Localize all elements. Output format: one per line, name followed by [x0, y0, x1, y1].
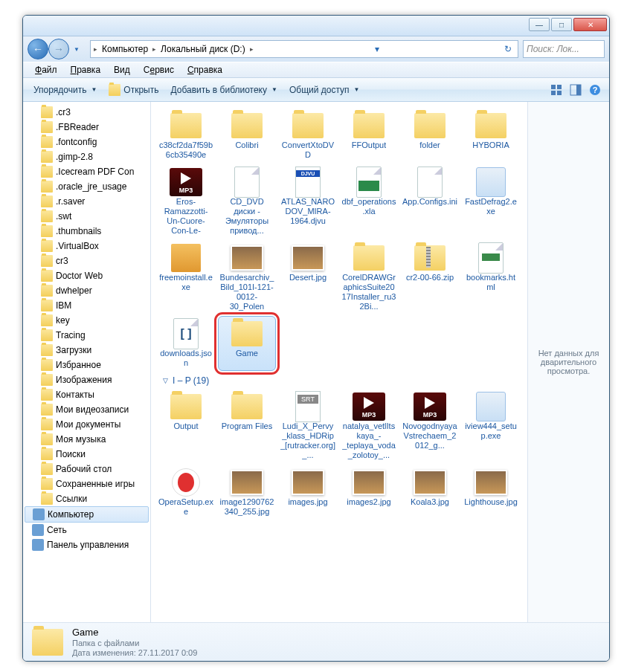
help-button[interactable]: ?	[586, 81, 604, 99]
file-item[interactable]: images.jpg	[279, 465, 337, 520]
tree-item[interactable]: .fontconfig	[23, 135, 150, 149]
tree-control[interactable]: Панель управления	[23, 537, 150, 552]
file-item[interactable]: App.Configs.ini	[401, 164, 459, 239]
tree-item[interactable]: .thumbnails	[23, 224, 150, 239]
menu-tools[interactable]: Сервис	[138, 63, 180, 77]
file-grid[interactable]: c38cf2da7f59b6cb35490eColibriConvertXtoD…	[151, 102, 527, 622]
file-item[interactable]: folder	[401, 108, 459, 163]
file-item[interactable]: iview444_setup.exe	[462, 389, 520, 463]
menu-edit[interactable]: Правка	[65, 63, 107, 77]
tree-item[interactable]: Поиски	[23, 447, 150, 462]
forward-button[interactable]: →	[48, 39, 69, 59]
tree-item[interactable]: .swt	[23, 209, 150, 224]
share-button[interactable]: Общий доступ▼	[283, 82, 366, 98]
menu-view[interactable]: Вид	[108, 63, 136, 77]
tree-item[interactable]: Мои документы	[23, 417, 150, 432]
network-icon	[32, 524, 44, 536]
tree-computer[interactable]: Компьютер	[25, 506, 149, 523]
tree-item[interactable]: cr3	[23, 253, 150, 268]
file-item[interactable]: OperaSetup.exe	[157, 465, 215, 520]
file-item[interactable]: Colibri	[218, 108, 276, 163]
file-item[interactable]: Koala3.jpg	[401, 465, 459, 520]
breadcrumb-root-icon[interactable]: ▸	[92, 45, 99, 53]
file-item[interactable]: ATLAS_NARODOV_MIRA-1964.djvu	[279, 164, 337, 239]
folder-icon	[229, 319, 265, 349]
tree-item[interactable]: .VirtualBox	[23, 239, 150, 253]
file-item[interactable]: FastDefrag2.exe	[462, 164, 520, 239]
tree-item[interactable]: .cr3	[23, 105, 150, 120]
file-item[interactable]: bookmarks.html	[462, 240, 520, 314]
file-item[interactable]: Lighthouse.jpg	[462, 465, 520, 520]
tree-item[interactable]: IBM	[23, 298, 150, 313]
maximize-button[interactable]: □	[551, 18, 572, 31]
menu-file[interactable]: Файл	[29, 63, 63, 77]
tree-item[interactable]: Загрузки	[23, 343, 150, 358]
html-icon	[473, 243, 509, 273]
file-item[interactable]: HYBORIA	[462, 108, 520, 163]
tree-item[interactable]: Избранное	[23, 358, 150, 372]
file-item[interactable]: cr2-00-66.zip	[401, 240, 459, 314]
tree-item[interactable]: .gimp-2.8	[23, 149, 150, 164]
folder-icon	[41, 181, 53, 193]
close-button[interactable]: ✕	[573, 18, 607, 31]
open-button[interactable]: Открыть	[103, 81, 164, 99]
breadcrumb-computer[interactable]: Компьютер	[99, 44, 151, 54]
file-item[interactable]: freemoinstall.exe	[157, 240, 215, 314]
tree-item[interactable]: dwhelper	[23, 283, 150, 298]
view-mode-button[interactable]	[547, 81, 565, 99]
file-item[interactable]: [ ]downloads.json	[157, 316, 215, 371]
preview-pane-button[interactable]	[567, 81, 585, 99]
address-dropdown-icon[interactable]: ▾	[370, 44, 384, 54]
tree-item[interactable]: Ссылки	[23, 491, 150, 506]
file-item[interactable]: dbf_operations.xla	[340, 164, 398, 239]
menu-help[interactable]: Справка	[181, 63, 228, 77]
back-button[interactable]: ←	[28, 39, 48, 59]
file-item[interactable]: Desert.jpg	[279, 240, 337, 314]
add-to-library-button[interactable]: Добавить в библиотеку▼	[164, 82, 283, 98]
folder-icon	[41, 344, 53, 356]
file-item[interactable]: ConvertXtoDVD	[279, 108, 337, 163]
tree-item[interactable]: key	[23, 313, 150, 328]
group-header[interactable]: ▽ I – P (19)	[154, 371, 524, 389]
tree-item[interactable]: .oracle_jre_usage	[23, 179, 150, 194]
breadcrumb[interactable]: ▸ Компьютер ▸ Локальный диск (D:) ▸ ▾ ↻	[90, 40, 518, 58]
tree-item[interactable]: Рабочий стол	[23, 462, 150, 476]
file-item[interactable]: image1290762340_255.jpg	[218, 465, 276, 520]
file-item[interactable]: Output	[157, 389, 215, 463]
tree-item[interactable]: Моя музыка	[23, 432, 150, 447]
tree-network[interactable]: Сеть	[23, 523, 150, 537]
refresh-button[interactable]: ↻	[500, 44, 516, 54]
tree-label: Контакты	[56, 390, 94, 400]
file-item[interactable]: MP3NovogodnyayaVstrechaem_2012_g...	[401, 389, 459, 463]
organize-button[interactable]: Упорядочить▼	[28, 82, 103, 98]
file-item[interactable]: Game	[218, 316, 276, 371]
computer-icon	[33, 508, 45, 520]
tree-item[interactable]: Сохраненные игры	[23, 476, 150, 491]
minimize-button[interactable]: —	[529, 18, 550, 31]
tree-item[interactable]: Мои видеозаписи	[23, 402, 150, 417]
file-item[interactable]: FFOutput	[340, 108, 398, 163]
tree-item[interactable]: .r.saver	[23, 194, 150, 209]
file-item[interactable]: CorelDRAWGraphicsSuite2017Installer_ru32…	[340, 240, 398, 314]
file-item[interactable]: Bundesarchiv_Bild_101I-121-0012-30_Polen	[218, 240, 276, 314]
search-input[interactable]: Поиск: Лок...	[523, 40, 605, 58]
tree-item[interactable]: .FBReader	[23, 120, 150, 135]
file-label: Eros-Ramazzotti-Un-Cuore-Con-Le-Ali(muz.…	[158, 197, 213, 236]
file-item[interactable]: Ludi_X_Pervy_klass_HDRip_[rutracker.org]…	[279, 389, 337, 463]
preview-pane: Нет данных для дварительного просмотра.	[527, 102, 609, 622]
tree-item[interactable]: .Icecream PDF Con	[23, 164, 150, 179]
file-item[interactable]: Program Files	[218, 389, 276, 463]
sidebar-tree[interactable]: .cr3.FBReader.fontconfig.gimp-2.8.Icecre…	[23, 102, 151, 622]
file-item[interactable]: c38cf2da7f59b6cb35490e	[157, 108, 215, 163]
file-item[interactable]: CD_DVD диски - Эмуляторы привод...	[218, 164, 276, 239]
tree-item[interactable]: Изображения	[23, 372, 150, 387]
tree-item[interactable]: Doctor Web	[23, 268, 150, 283]
file-item[interactable]: MP3Eros-Ramazzotti-Un-Cuore-Con-Le-Ali(m…	[157, 164, 215, 239]
file-item[interactable]: MP3natalya_vetlItskaya_-_teplaya_voda_zo…	[340, 389, 398, 463]
nav-history-dropdown[interactable]: ▼	[74, 46, 86, 53]
breadcrumb-drive[interactable]: Локальный диск (D:)	[158, 44, 248, 54]
tree-item[interactable]: Tracing	[23, 328, 150, 343]
file-item[interactable]: images2.jpg	[340, 465, 398, 520]
file-label: NovogodnyayaVstrechaem_2012_g...	[402, 421, 457, 450]
tree-item[interactable]: Контакты	[23, 387, 150, 402]
